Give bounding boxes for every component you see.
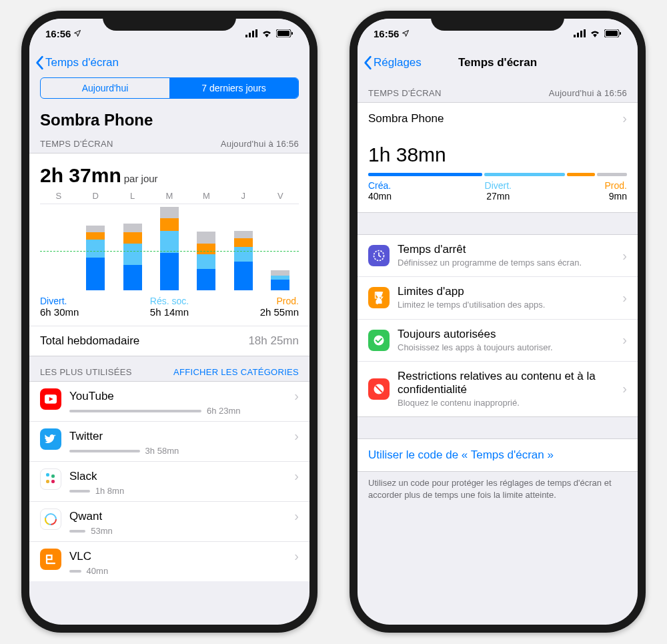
svg-rect-0 xyxy=(245,35,247,37)
bar xyxy=(86,226,105,290)
option-row[interactable]: Limites d'appLimitez le temps d'utilisat… xyxy=(358,276,638,318)
app-duration: 6h 23mn xyxy=(207,406,241,416)
legend: Divert.6h 30mn Rés. soc.5h 14mn Prod.2h … xyxy=(29,290,309,326)
seg-week[interactable]: 7 derniers jours xyxy=(169,78,298,98)
bar xyxy=(234,231,253,290)
status-bar: 16:56 xyxy=(358,19,638,48)
back-button[interactable]: Réglages xyxy=(363,55,422,70)
phone-right: 16:56 Réglages Temps d'écran TEMPS D'ÉCR… xyxy=(350,11,646,633)
battery-icon xyxy=(276,29,293,37)
device-row[interactable]: Sombra Phone › xyxy=(358,102,638,134)
chevron-right-icon: › xyxy=(294,388,299,404)
nav-bar: Réglages Temps d'écran xyxy=(358,48,638,77)
app-row[interactable]: Slack›1h 8mn xyxy=(29,461,309,501)
app-duration: 40mn xyxy=(87,566,109,576)
section-header: TEMPS D'ÉCRAN Aujourd'hui à 16:56 xyxy=(358,77,638,102)
average-line xyxy=(40,251,299,252)
svg-rect-6 xyxy=(291,32,293,35)
section-label: TEMPS D'ÉCRAN xyxy=(40,139,113,149)
app-row[interactable]: YouTube›6h 23mn xyxy=(29,381,309,421)
svg-rect-10 xyxy=(46,480,49,483)
chevron-right-icon: › xyxy=(622,290,627,306)
avg-time: 2h 37mnpar jour xyxy=(29,153,309,190)
svg-rect-18 xyxy=(584,29,586,37)
chevron-right-icon: › xyxy=(622,381,627,396)
usage-bar xyxy=(69,410,201,412)
chevron-left-icon xyxy=(363,55,372,70)
show-categories-button[interactable]: AFFICHER LES CATÉGORIES xyxy=(173,367,299,377)
app-name: VLC xyxy=(69,550,91,563)
chevron-right-icon: › xyxy=(294,509,299,524)
app-icon xyxy=(40,388,61,410)
option-title: Toujours autorisées xyxy=(398,328,622,341)
screen-left: 16:56 Temps d'écran Aujourd'hui 7 dernie… xyxy=(29,19,309,625)
svg-rect-3 xyxy=(255,29,257,37)
svg-rect-1 xyxy=(249,33,251,37)
category-labels: Créa.40mn Divert.27mn Prod.9mn xyxy=(368,180,627,202)
chevron-right-icon: › xyxy=(622,332,627,348)
weekly-chart xyxy=(40,204,299,290)
app-row[interactable]: Qwant›53mn xyxy=(29,501,309,541)
status-icons xyxy=(245,29,293,37)
usage-bar xyxy=(69,570,81,573)
screen-right: 16:56 Réglages Temps d'écran TEMPS D'ÉCR… xyxy=(358,19,638,625)
status-time: 16:56 xyxy=(374,28,399,39)
device-name: Sombra Phone xyxy=(29,105,309,135)
option-title: Temps d'arrêt xyxy=(398,243,622,256)
day-labels: SDLMMJV xyxy=(29,190,309,201)
cellular-icon xyxy=(245,29,257,37)
cellular-icon xyxy=(574,29,586,37)
nav-bar: Temps d'écran xyxy=(29,48,309,77)
segmented-control: Aujourd'hui 7 derniers jours xyxy=(40,77,299,99)
svg-rect-11 xyxy=(51,480,55,483)
svg-rect-9 xyxy=(51,474,55,478)
app-duration: 53mn xyxy=(91,526,113,536)
option-icon xyxy=(368,330,390,351)
back-button[interactable]: Temps d'écran xyxy=(35,55,119,70)
status-bar: 16:56 xyxy=(29,19,309,48)
option-icon xyxy=(368,245,390,266)
svg-rect-21 xyxy=(620,32,621,35)
status-icons xyxy=(574,29,622,37)
app-name: Twitter xyxy=(69,430,103,443)
option-subtitle: Bloquez le contenu inapproprié. xyxy=(398,398,622,408)
phone-left: 16:56 Temps d'écran Aujourd'hui 7 dernie… xyxy=(21,11,317,633)
usage-card: 2h 37mnpar jour SDLMMJV Divert.6h 30mn R… xyxy=(29,153,309,356)
chart-bars xyxy=(40,204,299,290)
battery-icon xyxy=(604,29,622,37)
location-icon xyxy=(73,29,81,37)
usage-bar xyxy=(69,450,140,452)
app-list: YouTube›6h 23mnTwitter›3h 58mnSlack›1h 8… xyxy=(29,381,309,581)
svg-rect-15 xyxy=(574,35,576,37)
app-duration: 3h 58mn xyxy=(145,446,179,456)
usage-bar xyxy=(69,490,90,493)
app-icon xyxy=(40,509,61,530)
section-timestamp: Aujourd'hui à 16:56 xyxy=(221,139,299,149)
chevron-right-icon: › xyxy=(622,248,627,264)
option-row[interactable]: Toujours autoriséesChoisissez les apps à… xyxy=(358,319,638,361)
app-row[interactable]: Twitter›3h 58mn xyxy=(29,421,309,461)
app-duration: 1h 8mn xyxy=(95,486,124,496)
app-icon xyxy=(40,468,61,490)
option-title: Restrictions relatives au contenu et à l… xyxy=(398,370,622,396)
location-icon xyxy=(402,29,410,37)
option-row[interactable]: Restrictions relatives au contenu et à l… xyxy=(358,361,638,417)
today-total: 1h 38mn xyxy=(368,143,627,166)
usage-bar xyxy=(69,530,85,533)
app-name: Qwant xyxy=(69,510,102,523)
app-row[interactable]: VLC›40mn xyxy=(29,541,309,581)
svg-rect-8 xyxy=(46,473,49,476)
scroll-content[interactable]: TEMPS D'ÉCRAN Aujourd'hui à 16:56 Sombra… xyxy=(358,77,638,625)
seg-today[interactable]: Aujourd'hui xyxy=(41,78,169,98)
bar xyxy=(197,232,215,290)
options-list: Temps d'arrêtDéfinissez un programme de … xyxy=(358,234,638,417)
option-icon xyxy=(368,287,390,308)
chevron-right-icon: › xyxy=(622,111,627,126)
bar xyxy=(271,270,289,290)
option-row[interactable]: Temps d'arrêtDéfinissez un programme de … xyxy=(358,234,638,276)
weekly-total-row: Total hebdomadaire 18h 25mn xyxy=(29,326,309,356)
use-code-link[interactable]: Utiliser le code de « Temps d'écran » xyxy=(358,438,638,472)
option-subtitle: Choisissez les apps à toujours autoriser… xyxy=(398,342,622,353)
most-used-header: LES PLUS UTILISÉES AFFICHER LES CATÉGORI… xyxy=(29,356,309,381)
scroll-content[interactable]: Aujourd'hui 7 derniers jours Sombra Phon… xyxy=(29,77,309,625)
